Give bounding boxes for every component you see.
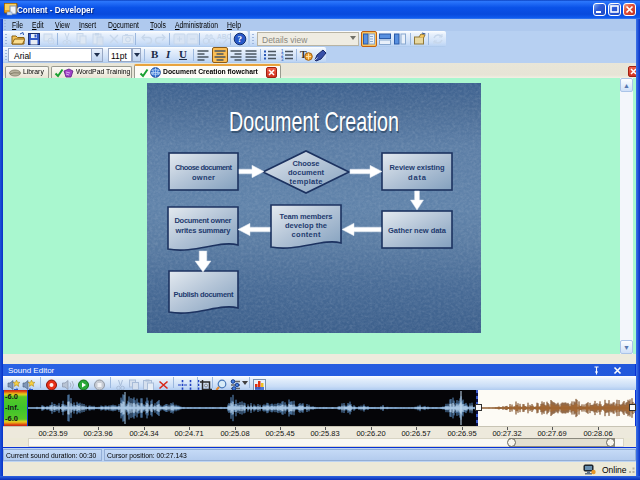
svg-text:Review existing: Review existing — [390, 163, 445, 172]
svg-text:content: content — [292, 230, 322, 239]
svg-text:writes summary: writes summary — [175, 226, 232, 235]
svg-text:?: ? — [238, 34, 243, 44]
svg-text:Gather new data: Gather new data — [388, 226, 447, 235]
svg-text:Document Creation: Document Creation — [229, 106, 399, 137]
svg-text:Choose document: Choose document — [175, 163, 233, 172]
svg-text:Team members: Team members — [280, 212, 333, 221]
svg-text:Choose: Choose — [293, 159, 320, 168]
svg-text:owner: owner — [192, 173, 215, 182]
svg-text:document: document — [288, 168, 325, 177]
svg-text:3: 3 — [281, 57, 284, 62]
svg-text:Publish document: Publish document — [174, 290, 235, 299]
svg-text:template: template — [290, 177, 323, 186]
svg-text:Document owner: Document owner — [175, 216, 232, 225]
svg-text:ABC: ABC — [217, 33, 230, 40]
svg-text:data: data — [408, 173, 427, 182]
svg-text:develop the: develop the — [285, 221, 327, 230]
